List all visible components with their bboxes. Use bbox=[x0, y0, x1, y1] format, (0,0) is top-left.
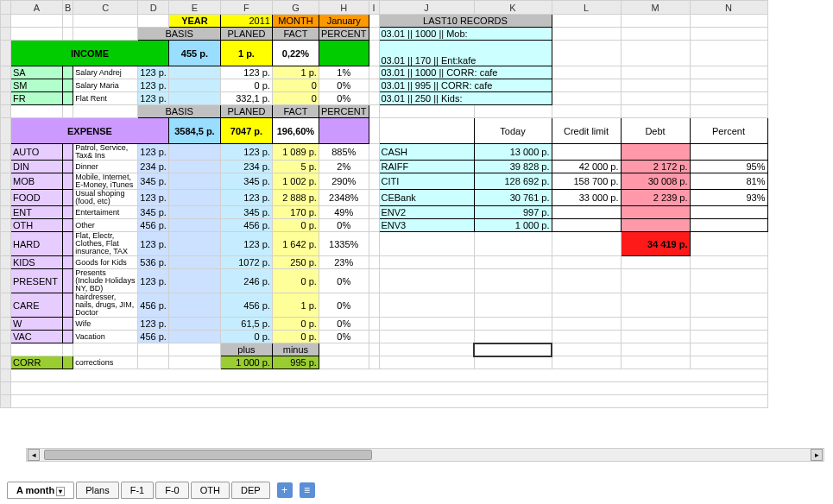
cell[interactable]: 2348% bbox=[319, 190, 369, 206]
cell[interactable]: 123 p. bbox=[138, 66, 169, 79]
cell[interactable]: 456 p. bbox=[138, 293, 169, 318]
cell[interactable]: 1335% bbox=[319, 232, 369, 256]
cell[interactable]: 0 p. bbox=[272, 318, 319, 331]
cell[interactable]: 123 p. bbox=[138, 318, 169, 331]
cell[interactable]: 0% bbox=[319, 293, 369, 318]
cell[interactable]: 61,5 p. bbox=[220, 318, 272, 331]
cell[interactable]: 345 p. bbox=[138, 173, 169, 190]
cell[interactable]: 0 p. bbox=[272, 269, 319, 293]
cell[interactable]: 123 p. bbox=[138, 79, 169, 92]
cell[interactable]: 0 p. bbox=[220, 331, 272, 343]
cell[interactable]: 0% bbox=[319, 318, 369, 331]
record-item[interactable]: 03.01 || 250 || Kids: bbox=[379, 92, 552, 105]
tab-plans[interactable]: Plans bbox=[76, 482, 119, 499]
cell[interactable]: 1 002 p. bbox=[272, 173, 319, 190]
cell[interactable]: 13 000 p. bbox=[474, 144, 552, 161]
cell[interactable]: 0 p. bbox=[272, 331, 319, 343]
expense-code[interactable]: FOOD bbox=[11, 190, 63, 206]
cell[interactable]: 123 p. bbox=[220, 144, 272, 161]
balance-name[interactable]: ENV3 bbox=[379, 219, 474, 232]
balance-name[interactable]: CASH bbox=[379, 144, 474, 161]
sheet-list-button[interactable]: ≡ bbox=[300, 482, 315, 498]
cell[interactable]: 95% bbox=[690, 161, 767, 173]
cell[interactable]: 2 888 p. bbox=[272, 190, 319, 206]
cell[interactable]: 234 p. bbox=[220, 161, 272, 173]
cell[interactable]: 246 p. bbox=[220, 269, 272, 293]
cell[interactable]: 332,1 p. bbox=[220, 92, 272, 105]
cell[interactable]: 0% bbox=[319, 92, 369, 105]
spreadsheet-grid[interactable]: ABCD EFGH IJKL MN YEAR 2011 MONTH Januar… bbox=[0, 0, 833, 462]
cell[interactable]: 250 p. bbox=[272, 256, 319, 269]
balance-name[interactable]: ENV2 bbox=[379, 206, 474, 219]
expense-code[interactable]: KIDS bbox=[11, 256, 63, 269]
cell[interactable]: 0% bbox=[319, 331, 369, 343]
cell[interactable]: 456 p. bbox=[138, 331, 169, 343]
cell[interactable]: 123 p. bbox=[220, 66, 272, 79]
cell[interactable]: 0 bbox=[272, 79, 319, 92]
cell[interactable]: 1072 p. bbox=[220, 256, 272, 269]
cell[interactable]: 123 p. bbox=[138, 269, 169, 293]
cell[interactable]: 39 828 p. bbox=[474, 161, 552, 173]
expense-code[interactable]: MOB bbox=[11, 173, 63, 190]
horizontal-scrollbar[interactable]: ◂ ▸ bbox=[26, 448, 824, 462]
year-value[interactable]: 2011 bbox=[220, 15, 272, 28]
scroll-right-icon[interactable]: ▸ bbox=[811, 449, 823, 461]
tab-f-0[interactable]: F-0 bbox=[155, 482, 189, 499]
expense-code[interactable]: HARD bbox=[11, 232, 63, 256]
cell[interactable]: 345 p. bbox=[138, 206, 169, 219]
cell[interactable]: 123 p. bbox=[138, 190, 169, 206]
cell[interactable]: 290% bbox=[319, 173, 369, 190]
record-item[interactable]: 03.01 || 1000 || Mob: bbox=[379, 28, 552, 41]
cell[interactable]: 128 692 p. bbox=[474, 173, 552, 190]
tab-a-month[interactable]: A month▾ bbox=[7, 482, 74, 499]
cell[interactable]: 2 239 p. bbox=[621, 190, 690, 206]
scroll-left-icon[interactable]: ◂ bbox=[28, 449, 40, 461]
cell[interactable]: 49% bbox=[319, 206, 369, 219]
cell[interactable]: 345 p. bbox=[220, 173, 272, 190]
cell[interactable]: 1 000 p. bbox=[474, 219, 552, 232]
cell[interactable]: 885% bbox=[319, 144, 369, 161]
cell[interactable]: 456 p. bbox=[138, 219, 169, 232]
tab-oth[interactable]: OTH bbox=[191, 482, 230, 499]
tab-dep[interactable]: DEP bbox=[231, 482, 270, 499]
cell[interactable]: 2 172 p. bbox=[621, 161, 690, 173]
income-code[interactable]: SA bbox=[11, 66, 63, 79]
cell[interactable]: 1 p. bbox=[272, 293, 319, 318]
corr-plus[interactable]: 1 000 p. bbox=[220, 356, 272, 369]
record-item[interactable]: 03.01 || 995 || CORR: cafe bbox=[379, 79, 552, 92]
total-debt[interactable]: 34 419 p. bbox=[621, 232, 690, 256]
chevron-down-icon[interactable]: ▾ bbox=[56, 487, 65, 496]
cell[interactable]: 345 p. bbox=[220, 206, 272, 219]
expense-code[interactable]: AUTO bbox=[11, 144, 63, 161]
cell[interactable]: 1 089 p. bbox=[272, 144, 319, 161]
expense-code[interactable]: PRESENT bbox=[11, 269, 63, 293]
record-item[interactable]: 03.01 || 1000 || CORR: cafe bbox=[379, 66, 552, 79]
cell[interactable]: 0% bbox=[319, 79, 369, 92]
cell[interactable]: 30 761 p. bbox=[474, 190, 552, 206]
record-item[interactable]: 03.01 || 170 || Ent:kafe bbox=[379, 41, 552, 66]
expense-code[interactable]: OTH bbox=[11, 219, 63, 232]
cell[interactable]: 123 p. bbox=[138, 144, 169, 161]
corr-code[interactable]: CORR bbox=[11, 356, 63, 369]
cell[interactable]: 23% bbox=[319, 256, 369, 269]
cell[interactable]: 0% bbox=[319, 269, 369, 293]
selected-cell[interactable] bbox=[474, 343, 552, 356]
cell[interactable]: 123 p. bbox=[220, 232, 272, 256]
cell[interactable]: 123 p. bbox=[138, 232, 169, 256]
expense-code[interactable]: W bbox=[11, 318, 63, 331]
cell[interactable]: 2% bbox=[319, 161, 369, 173]
cell[interactable]: 456 p. bbox=[220, 219, 272, 232]
cell[interactable]: 1 642 p. bbox=[272, 232, 319, 256]
balance-name[interactable]: CEBank bbox=[379, 190, 474, 206]
tab-f-1[interactable]: F-1 bbox=[121, 482, 155, 499]
cell[interactable]: 123 p. bbox=[220, 190, 272, 206]
cell[interactable]: 1% bbox=[319, 66, 369, 79]
cell[interactable]: 170 p. bbox=[272, 206, 319, 219]
expense-code[interactable]: DIN bbox=[11, 161, 63, 173]
cell[interactable]: 0 p. bbox=[220, 79, 272, 92]
cell[interactable]: 123 p. bbox=[138, 92, 169, 105]
balance-name[interactable]: RAIFF bbox=[379, 161, 474, 173]
cell[interactable]: 0 bbox=[272, 92, 319, 105]
scroll-thumb[interactable] bbox=[44, 450, 372, 460]
income-code[interactable]: SM bbox=[11, 79, 63, 92]
